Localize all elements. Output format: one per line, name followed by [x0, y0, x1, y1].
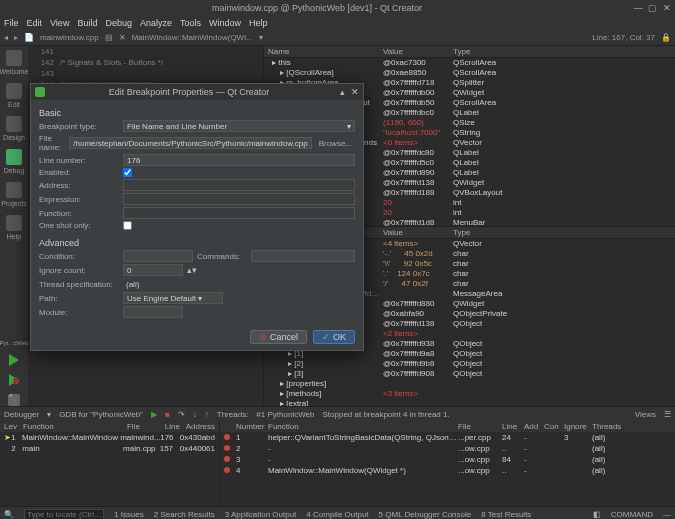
target-selector[interactable]: Pyt...cWeb	[0, 340, 28, 346]
cancel-button[interactable]: ⊘Cancel	[250, 330, 307, 344]
menu-view[interactable]: View	[50, 18, 69, 28]
stack-row[interactable]: ➤1MainWindow::MainWindowmainwind...1760x…	[0, 432, 219, 443]
mode-welcome[interactable]: Welcome	[0, 50, 29, 75]
menu-build[interactable]: Build	[77, 18, 97, 28]
output-tab-appout[interactable]: 3 Application Output	[225, 510, 297, 519]
address-field[interactable]	[123, 179, 355, 191]
views-menu-icon[interactable]: ☰	[664, 410, 671, 419]
function-field[interactable]	[123, 207, 355, 219]
split-icon[interactable]: ▤	[105, 33, 113, 42]
menu-debug[interactable]: Debug	[105, 18, 132, 28]
locals-header: Name Value Type	[264, 46, 675, 58]
expr-row[interactable]: ▸ [extra]	[264, 399, 675, 407]
file-name[interactable]: mainwindow.cpp	[40, 33, 99, 42]
advanced-section-label: Advanced	[39, 238, 355, 248]
maximize-icon[interactable]: ▢	[648, 3, 656, 13]
menu-analyze[interactable]: Analyze	[140, 18, 172, 28]
continue-icon[interactable]: ▶	[151, 410, 157, 419]
command-indicator: COMMAND	[611, 510, 653, 519]
ignore-field[interactable]: 0	[123, 264, 183, 276]
symbol-crumb[interactable]: MainWindow::MainWindow(QWi...	[132, 33, 253, 42]
ignore-label: Ignore count:	[39, 266, 119, 275]
enabled-checkbox[interactable]	[123, 168, 132, 177]
path-select[interactable]: Use Engine Default ▾	[123, 292, 223, 304]
run-debug-button[interactable]: 🐞	[9, 374, 19, 386]
linenumber-field[interactable]: 176	[123, 154, 355, 166]
step-out-icon[interactable]: ↑	[205, 410, 209, 419]
file-icon: 📄	[24, 33, 34, 42]
spinner-icon[interactable]: ▴▾	[187, 265, 197, 275]
function-label: Function:	[39, 209, 119, 218]
stack-row[interactable]: 2mainmain.cpp1570x440061	[0, 443, 219, 454]
expr-row[interactable]: ▸ [properties]	[264, 379, 675, 389]
close-sidebar-icon[interactable]: ◧	[593, 510, 601, 519]
menu-file[interactable]: File	[4, 18, 19, 28]
stack-panel: Lev Function File Line Address ➤1MainWin…	[0, 421, 220, 506]
address-label: Address:	[39, 181, 119, 190]
commands-label: Commands:	[197, 252, 247, 261]
bp-row[interactable]: 4MainWindow::MainWindow(QWidget *)...ow.…	[220, 465, 675, 476]
minimize-icon[interactable]: —	[634, 3, 642, 13]
expr-row[interactable]: ▸ [2]@0x7ffffffd9b8QObject	[264, 359, 675, 369]
dialog-close-icon[interactable]: ✕	[351, 87, 359, 97]
mode-debug[interactable]: Debug	[4, 149, 25, 174]
step-into-icon[interactable]: ↓	[193, 410, 197, 419]
threadspec-field[interactable]: (all)	[123, 278, 183, 290]
module-field[interactable]	[123, 306, 183, 318]
output-tab-tests[interactable]: 8 Test Results	[481, 510, 531, 519]
bptype-select[interactable]: File Name and Line Number▾	[123, 120, 355, 132]
window-buttons: — ▢ ✕	[630, 3, 671, 13]
ok-button[interactable]: ✓OK	[313, 330, 355, 344]
output-tab-search[interactable]: 2 Search Results	[154, 510, 215, 519]
dialog-titlebar[interactable]: Edit Breakpoint Properties — Qt Creator …	[31, 84, 363, 100]
menu-window[interactable]: Window	[209, 18, 241, 28]
back-icon[interactable]: ◂	[4, 33, 8, 42]
lock-icon[interactable]: 🔒	[661, 33, 671, 42]
build-button[interactable]: 🔨	[8, 394, 20, 406]
chevron-icon[interactable]: ▾	[47, 410, 51, 419]
debugger-status: Stopped at breakpoint 4 in thread 1.	[322, 410, 626, 419]
locator-icon[interactable]: 🔍	[4, 510, 14, 519]
debugger-preset[interactable]: GDB for "PythonicWeb"	[59, 410, 143, 419]
oneshot-checkbox[interactable]	[123, 221, 132, 230]
locator-input[interactable]	[24, 509, 104, 520]
var-row[interactable]: ▸ this@0xac7300QScrollArea	[264, 58, 675, 68]
close-doc-icon[interactable]: ✕	[119, 33, 126, 42]
expr-row[interactable]: ▸ [methods]<3 items>	[264, 389, 675, 399]
commands-field[interactable]	[251, 250, 355, 262]
mode-edit[interactable]: Edit	[6, 83, 22, 108]
thread-selector[interactable]: #1 PythonicWeb	[256, 410, 314, 419]
output-tab-compile[interactable]: 4 Compile Output	[306, 510, 368, 519]
bp-row[interactable]: 2-...ow.cpp..-(all)	[220, 443, 675, 454]
dropdown-icon[interactable]: ▾	[259, 33, 263, 42]
filename-field[interactable]: /home/stephan/Documents/PythonicSrc/Pyth…	[69, 137, 311, 149]
close-icon[interactable]: ✕	[663, 3, 671, 13]
projects-icon	[6, 182, 22, 198]
mode-help[interactable]: Help	[6, 215, 22, 240]
expr-row[interactable]: ▸ [3]@0x7ffffffd908QObject	[264, 369, 675, 379]
output-tab-qml[interactable]: 5 QML Debugger Console	[379, 510, 472, 519]
bp-row[interactable]: 3-...ow.cpp84-(all)	[220, 454, 675, 465]
stop-icon[interactable]: ■	[165, 410, 170, 419]
menu-edit[interactable]: Edit	[27, 18, 43, 28]
expression-field[interactable]	[123, 193, 355, 205]
menu-help[interactable]: Help	[249, 18, 268, 28]
menu-tools[interactable]: Tools	[180, 18, 201, 28]
cursor-position: Line: 167, Col: 37	[592, 33, 655, 42]
bp-row[interactable]: 1helper::QVariantToStringBasicData(QStri…	[220, 432, 675, 443]
run-button[interactable]	[9, 354, 19, 366]
browse-button[interactable]: Browse...	[316, 139, 355, 148]
views-button[interactable]: Views	[635, 410, 656, 419]
step-over-icon[interactable]: ↷	[178, 410, 185, 419]
var-row[interactable]: ▸ [QScrollArea]@0xae8850QScrollArea	[264, 68, 675, 78]
output-tab-issues[interactable]: 1 Issues	[114, 510, 144, 519]
bptype-label: Breakpoint type:	[39, 122, 119, 131]
forward-icon[interactable]: ▸	[14, 33, 18, 42]
debug-icon	[6, 149, 22, 165]
enabled-label: Enabled:	[39, 168, 119, 177]
dialog-minimize-icon[interactable]: ▴	[340, 87, 345, 97]
condition-field[interactable]	[123, 250, 193, 262]
linenumber-label: Line number:	[39, 156, 119, 165]
mode-projects[interactable]: Projects	[1, 182, 26, 207]
mode-design[interactable]: Design	[3, 116, 25, 141]
